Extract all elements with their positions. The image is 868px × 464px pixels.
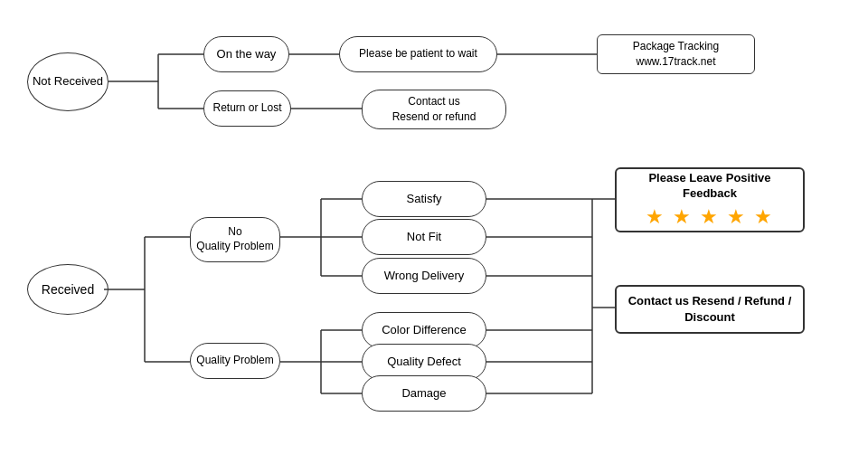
wrong-delivery-node: Wrong Delivery [362,258,486,294]
quality-defect-node: Quality Defect [362,344,486,380]
received-node: Received [27,264,108,315]
damage-node: Damage [362,375,486,412]
package-tracking-node: Package Trackingwww.17track.net [597,34,755,74]
be-patient-node: Please be patient to wait [339,36,497,72]
color-difference-node: Color Difference [362,312,486,348]
not-received-node: Not Received [27,52,108,111]
return-or-lost-node: Return or Lost [203,90,291,127]
contact-label: Contact us Resend / Refund / Discount [626,293,794,326]
diagram: Not Received On the way Return or Lost P… [0,0,868,464]
not-fit-node: Not Fit [362,219,486,255]
satisfy-node: Satisfy [362,181,486,217]
contact-resend-refund-node: Contact usResend or refund [362,90,506,129]
feedback-label: Please Leave Positive Feedback [626,171,794,202]
contact-resend-refund-discount-box: Contact us Resend / Refund / Discount [615,285,805,334]
no-quality-problem-node: NoQuality Problem [190,217,280,262]
star-rating: ★ ★ ★ ★ ★ [646,205,774,229]
positive-feedback-box: Please Leave Positive Feedback ★ ★ ★ ★ ★ [615,167,805,232]
on-the-way-node: On the way [203,36,289,72]
quality-problem-node: Quality Problem [190,343,280,379]
